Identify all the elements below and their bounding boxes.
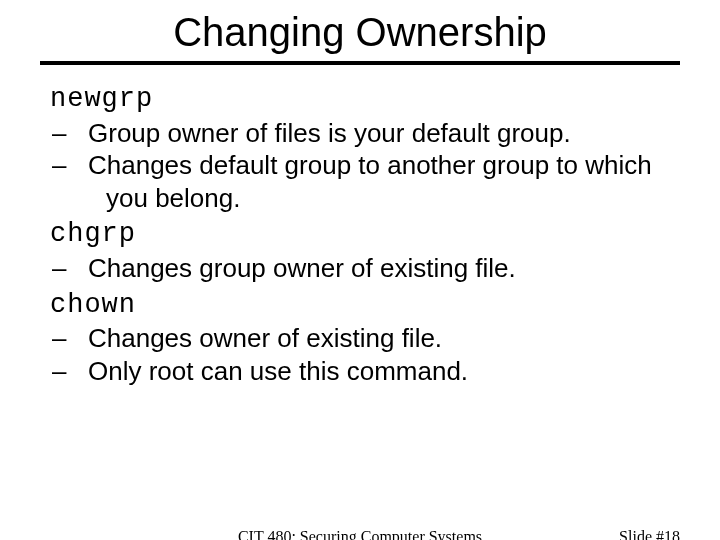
command-chgrp: chgrp [50,218,670,252]
bullet-text: Changes default group to another group t… [88,150,652,213]
bullet-text: Changes group owner of existing file. [88,253,516,283]
command-chown: chown [50,289,670,323]
title-rule [40,61,680,65]
bullet: –Changes group owner of existing file. [88,252,670,285]
footer-course: CIT 480: Securing Computer Systems [0,528,720,540]
footer-slide-number: Slide #18 [619,528,680,540]
slide-body: newgrp –Group owner of files is your def… [50,83,670,387]
bullet: –Changes default group to another group … [88,149,670,214]
bullet-text: Changes owner of existing file. [88,323,442,353]
bullet: –Changes owner of existing file. [88,322,670,355]
bullet-text: Group owner of files is your default gro… [88,118,571,148]
bullet-text: Only root can use this command. [88,356,468,386]
bullet: –Group owner of files is your default gr… [88,117,670,150]
slide-title: Changing Ownership [0,10,720,55]
slide: Changing Ownership newgrp –Group owner o… [0,10,720,540]
command-newgrp: newgrp [50,83,670,117]
bullet: –Only root can use this command. [88,355,670,388]
